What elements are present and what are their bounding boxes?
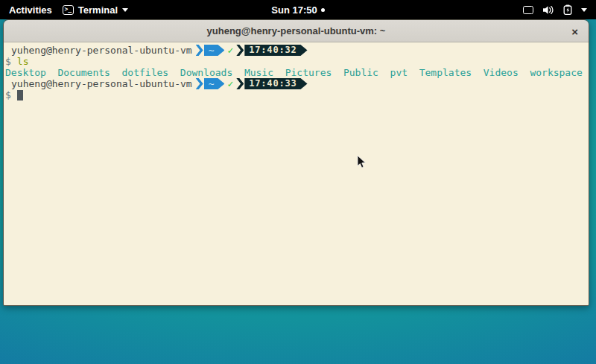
cursor-line: $	[5, 89, 589, 100]
status-check-icon: ✓	[227, 78, 233, 89]
prompt-symbol: $	[5, 56, 11, 67]
terminal-cursor	[17, 90, 23, 100]
typed-command: ls	[17, 56, 29, 67]
top-bar: Activities >_ Terminal Sun 17:50	[0, 0, 596, 19]
terminal-icon: >_	[63, 5, 74, 15]
prompt-time-segment: 17:40:33	[244, 78, 307, 89]
prompt-host: yuheng@henry-personal-ubuntu-vm	[11, 45, 192, 56]
prompt-symbol: $	[5, 89, 11, 100]
activities-button[interactable]: Activities	[9, 4, 52, 16]
powerline-chevron-icon	[196, 78, 203, 89]
prompt-time-segment: 17:40:32	[244, 45, 307, 56]
clock[interactable]: Sun 17:50	[271, 4, 317, 16]
command-line: $ ls	[5, 56, 589, 67]
notification-dot-icon	[321, 8, 325, 12]
powerline-chevron-icon	[236, 45, 244, 56]
chevron-down-icon	[581, 8, 587, 12]
window-title: yuheng@henry-personal-ubuntu-vm: ~	[207, 25, 386, 36]
status-check-icon: ✓	[227, 45, 233, 56]
system-tray[interactable]	[523, 4, 596, 15]
volume-icon	[542, 5, 554, 15]
powerline-chevron-icon	[196, 45, 203, 56]
terminal-content[interactable]: yuheng@henry-personal-ubuntu-vm ~ ✓ 17:4…	[4, 42, 589, 305]
terminal-window: yuheng@henry-personal-ubuntu-vm: ~ × yuh…	[3, 19, 589, 306]
screen-icon	[523, 6, 533, 14]
prompt-path-segment: ~	[204, 78, 225, 89]
ls-output-line: Desktop Documents dotfiles Downloads Mus…	[5, 67, 589, 78]
app-menu-label: Terminal	[78, 4, 118, 16]
prompt-host: yuheng@henry-personal-ubuntu-vm	[11, 78, 192, 89]
chevron-down-icon	[122, 8, 128, 12]
close-icon[interactable]: ×	[571, 25, 578, 36]
prompt-path-segment: ~	[204, 45, 225, 56]
prompt-line: yuheng@henry-personal-ubuntu-vm ~ ✓ 17:4…	[5, 45, 589, 56]
powerline-chevron-icon	[236, 78, 244, 89]
window-titlebar[interactable]: yuheng@henry-personal-ubuntu-vm: ~ ×	[4, 20, 589, 42]
prompt-line: yuheng@henry-personal-ubuntu-vm ~ ✓ 17:4…	[5, 78, 589, 89]
battery-charging-icon	[563, 4, 572, 15]
app-menu-terminal[interactable]: >_ Terminal	[63, 4, 128, 16]
